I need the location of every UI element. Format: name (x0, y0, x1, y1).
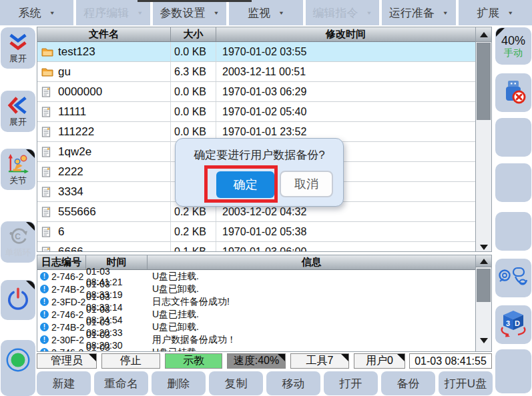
blank-button-4[interactable] (495, 349, 531, 393)
file-name-cell: 555666 (37, 202, 171, 221)
expand-down-button[interactable]: 展开 (1, 27, 35, 69)
blank-button-1[interactable] (495, 118, 531, 157)
menu-item-2[interactable]: 程序编辑▼ (76, 0, 150, 25)
scroll-down-button[interactable] (476, 338, 491, 343)
status-cell-6[interactable]: 用户0 (354, 353, 405, 369)
scroll-down-button[interactable] (476, 245, 491, 250)
status-cell-4[interactable]: 速度:40% (227, 353, 286, 369)
record-button[interactable] (1, 340, 35, 396)
log-message-cell: U盘已挂载. (148, 271, 475, 283)
info-icon: ! (40, 285, 49, 293)
action-button-5[interactable]: 移动 (266, 371, 320, 395)
scroll-up-icon (480, 259, 488, 264)
log-message-cell: 日志文件备份成功! (148, 296, 475, 308)
info-icon: ! (40, 335, 49, 344)
menu-item-6[interactable]: 运行准备▼ (382, 0, 455, 25)
folder-icon (41, 67, 53, 77)
file-icon (41, 187, 53, 197)
file-name-text: 6666 (58, 245, 83, 253)
cancel-button[interactable]: 取消 (280, 171, 333, 197)
action-button-2[interactable]: 重命名 (94, 371, 148, 395)
jog-control-button[interactable] (495, 259, 531, 297)
column-header-modified[interactable]: 修改时间 (216, 27, 475, 41)
file-icon (41, 247, 53, 253)
action-button-6[interactable]: 打开 (324, 371, 378, 395)
blank-button-3[interactable] (495, 212, 531, 251)
scroll-up-icon (480, 32, 488, 37)
chevron-down-icon: ▼ (137, 10, 143, 16)
file-name-text: 0000000 (58, 85, 102, 99)
expand-left-button[interactable]: 展开 (1, 91, 35, 132)
info-icon: ! (40, 323, 49, 331)
joint-mode-label: 关节 (9, 176, 27, 185)
log-message-cell: U盘已挂载. (148, 309, 475, 321)
log-list: !2-746-201-03 08:41:21U盘已挂载.!2-74B-201-0… (37, 270, 475, 352)
action-button-4[interactable]: 复制 (209, 371, 263, 395)
power-button[interactable] (1, 280, 35, 320)
table-row[interactable]: gu6.3 KB2003-12-11 00:51 (37, 62, 475, 82)
joint-mode-button[interactable]: 关节 (1, 149, 35, 190)
menu-item-label: 运行准备 (389, 5, 435, 21)
speed-value: 40% (501, 34, 525, 48)
table-row[interactable]: 66660.1 KB1970-01-03 06:00 (37, 242, 475, 252)
menu-item-4[interactable]: 监视▼ (229, 0, 302, 25)
file-name-text: gu (58, 65, 71, 79)
file-scrollbar[interactable] (475, 27, 491, 251)
table-row[interactable]: 60.2 KB1970-01-02 05:38 (37, 222, 475, 242)
file-size-cell: 0.1 KB (171, 242, 216, 252)
scroll-up-button[interactable] (476, 255, 491, 267)
column-header-log-info[interactable]: 信息 (148, 255, 475, 269)
chevron-down-icon: ▼ (443, 10, 449, 16)
scrollbar-thumb[interactable] (477, 269, 491, 302)
status-cell-2[interactable]: 停止 (101, 353, 160, 369)
file-name-text: 1qw2e (58, 145, 91, 159)
ok-button[interactable]: 确定 (216, 171, 274, 198)
menu-bar: 系统▼程序编辑▼参数设置▼监视▼编辑指令▼运行准备▼扩展▼ (0, 0, 532, 25)
single-cycle-button[interactable]: C 单循环 (1, 221, 35, 263)
svg-text:3: 3 (506, 319, 510, 327)
view-3d-button[interactable]: 3 D (495, 305, 531, 344)
menu-item-label: 参数设置 (160, 5, 206, 21)
table-row[interactable]: 00000000.0 KB1970-01-03 06:29 (37, 82, 475, 102)
scrollbar-thumb[interactable] (477, 43, 491, 120)
file-icon (41, 147, 53, 157)
column-header-size[interactable]: 大小 (171, 27, 216, 41)
table-row[interactable]: test1230.0 KB1970-01-02 03:55 (37, 42, 475, 62)
status-cell-1[interactable]: 管理员 (37, 353, 97, 369)
blank-button-2[interactable] (495, 163, 531, 202)
menu-item-1[interactable]: 系统▼ (0, 0, 73, 25)
menu-item-7[interactable]: 扩展▼ (459, 0, 532, 25)
file-name-text: 111222 (58, 125, 94, 139)
usb-eject-button[interactable] (495, 73, 531, 112)
status-cell-7[interactable]: 01-03 08:41:55 (409, 353, 492, 369)
joystick-icon (498, 265, 529, 291)
3d-rotate-icon: 3 D (498, 309, 529, 340)
action-button-8[interactable]: 打开U盘 (439, 371, 493, 395)
file-time-cell: 1970-01-02 05:38 (216, 222, 475, 241)
single-cycle-label: 单循环 (5, 248, 31, 257)
status-cell-3[interactable]: 示教 (165, 353, 222, 369)
action-button-3[interactable]: 删除 (152, 371, 206, 395)
column-header-filename[interactable]: 文件名 (37, 27, 171, 41)
chevron-down-icon: ▼ (214, 10, 220, 16)
log-row[interactable]: !2-746-201-03 08:20:19U盘已挂载. (37, 346, 475, 352)
log-id-text: 2-746-2 (51, 271, 83, 282)
status-cell-5[interactable]: 工具7 (290, 353, 349, 369)
robot-joint-icon (6, 153, 30, 176)
file-time-cell: 1970-01-02 05:40 (216, 102, 475, 121)
log-time-cell: 01-03 08:20:19 (86, 342, 148, 353)
menu-item-5[interactable]: 编辑指令▼ (306, 0, 379, 25)
scroll-up-button[interactable] (476, 27, 491, 42)
table-row[interactable]: 111110.0 KB1970-01-02 05:40 (37, 102, 475, 122)
menu-item-3[interactable]: 参数设置▼ (153, 0, 226, 25)
log-id-cell: !2-746-2 (37, 347, 86, 353)
file-icon (41, 227, 53, 237)
expand-left-label: 展开 (9, 117, 27, 127)
speed-mode-button[interactable]: 40% 手动 (495, 27, 531, 65)
log-id-text: 2-3FD-2 (51, 297, 85, 307)
column-header-log-id[interactable]: 日志编号 (37, 255, 86, 269)
action-button-7[interactable]: 备份 (381, 371, 435, 395)
file-name-cell: 1qw2e (37, 142, 171, 161)
action-button-1[interactable]: 新建 (37, 371, 91, 395)
log-scrollbar[interactable] (475, 255, 491, 351)
